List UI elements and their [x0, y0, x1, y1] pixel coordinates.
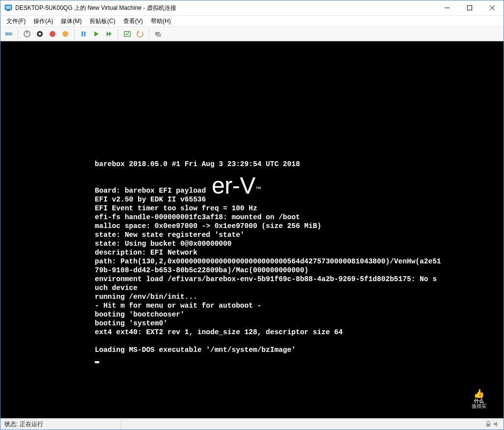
lock-icon [485, 421, 492, 428]
menu-action[interactable]: 操作(A) [29, 16, 57, 27]
svg-marker-20 [109, 31, 112, 36]
audio-icon [493, 421, 500, 428]
status-value: 正在运行 [20, 421, 43, 428]
toolbar-separator [74, 29, 75, 39]
toolbar-separator [149, 29, 149, 39]
revert-button[interactable] [135, 29, 145, 39]
svg-marker-26 [494, 422, 497, 427]
reset-button[interactable] [60, 29, 71, 39]
console-output: barebox 2018.05.0 #1 Fri Aug 3 23:29:54 … [1, 69, 503, 363]
svg-point-13 [39, 33, 41, 35]
turn-off-button[interactable] [22, 29, 32, 39]
app-icon [4, 4, 12, 12]
status-label: 状态: 正在运行 [0, 420, 47, 429]
maximize-button[interactable] [458, 0, 481, 15]
menu-clipboard[interactable]: 剪贴板(C) [85, 16, 119, 27]
start-button[interactable] [91, 29, 102, 39]
shutdown-button[interactable] [34, 29, 45, 39]
svg-rect-8 [8, 32, 11, 35]
menu-media[interactable]: 媒体(M) [57, 16, 85, 27]
svg-rect-4 [468, 6, 472, 10]
svg-point-15 [62, 31, 68, 37]
svg-rect-17 [84, 31, 85, 36]
menu-help[interactable]: 帮助(H) [147, 16, 175, 27]
stop-button[interactable] [47, 29, 58, 39]
svg-rect-2 [7, 10, 10, 11]
enhanced-session-button[interactable] [153, 29, 164, 39]
menu-view[interactable]: 查看(V) [119, 16, 147, 27]
toolbar-separator [118, 29, 118, 39]
svg-marker-19 [107, 31, 109, 36]
badge-text-1: 什么 [474, 398, 484, 403]
svg-marker-18 [94, 31, 99, 36]
status-icons [485, 421, 504, 428]
vm-display[interactable]: er-V™ barebox 2018.05.0 #1 Fri Aug 3 23:… [0, 41, 504, 418]
ctrl-alt-del-button[interactable] [3, 29, 14, 39]
svg-rect-7 [5, 32, 8, 35]
window-title: DESKTOP-5UK00QG 上的 New Virtual Machine -… [15, 4, 176, 12]
pause-button[interactable] [78, 29, 89, 39]
svg-rect-24 [157, 33, 161, 37]
svg-rect-16 [82, 31, 83, 36]
toolbar [0, 27, 504, 41]
statusbar: 状态: 正在运行 [0, 418, 504, 430]
vm-connection-window: DESKTOP-5UK00QG 上的 New Virtual Machine -… [0, 0, 504, 430]
menubar: 文件(F) 操作(A) 媒体(M) 剪贴板(C) 查看(V) 帮助(H) [0, 16, 504, 27]
close-button[interactable] [481, 0, 504, 15]
svg-rect-9 [11, 32, 12, 35]
smzdm-watermark-badge: 👍 什么 值得买 [462, 382, 496, 416]
toolbar-separator [18, 29, 18, 39]
thumbs-up-icon: 👍 [474, 389, 484, 398]
badge-text-2: 值得买 [472, 403, 486, 409]
svg-point-14 [50, 31, 56, 37]
cursor [95, 361, 99, 363]
titlebar: DESKTOP-5UK00QG 上的 New Virtual Machine -… [0, 0, 504, 16]
minimize-button[interactable] [436, 0, 458, 15]
svg-rect-1 [6, 6, 11, 9]
svg-rect-25 [486, 424, 490, 427]
resume-button[interactable] [104, 29, 114, 39]
checkpoint-button[interactable] [122, 29, 133, 39]
menu-file[interactable]: 文件(F) [2, 16, 29, 27]
status-separator [121, 419, 121, 430]
